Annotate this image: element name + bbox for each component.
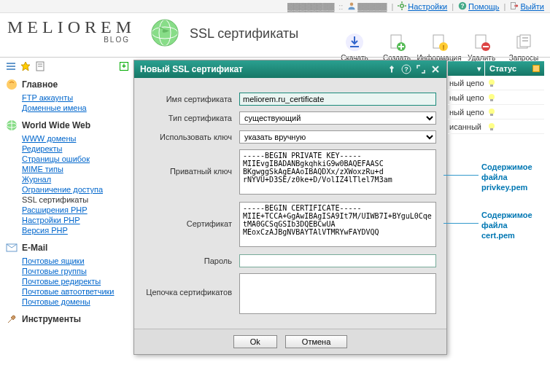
add-icon[interactable]: + [120,62,128,71]
star-icon[interactable] [20,61,31,71]
chain-textarea[interactable] [239,273,436,314]
sidebar-link-mailboxes[interactable]: Почтовые ящики [22,256,85,265]
svg-text:?: ? [461,3,465,9]
bulb-icon [487,93,496,102]
col-header-status[interactable]: Статус [484,61,544,76]
modal-title: Новый SSL сертификат [140,64,243,74]
sidebar-link-mime[interactable]: MIME типы [22,165,63,173]
callout-cert: Содержимое файла cert.pem [481,210,532,240]
sidebar-link-domains[interactable]: Доменные имена [22,103,87,112]
logo-text: MELIOREM [7,17,136,37]
cancel-button[interactable]: Отмена [285,335,347,348]
label-privkey: Приватный ключ [144,149,239,176]
sidebar-link-mailgroups[interactable]: Почтовые группы [22,267,87,275]
svg-rect-28 [7,66,15,67]
settings-link[interactable]: Настройки [408,2,447,11]
svg-rect-44 [490,99,493,101]
svg-rect-27 [7,63,15,64]
logout-icon [510,1,519,12]
svg-text:!: ! [443,44,445,51]
globe-small-icon [6,119,18,131]
modal-new-ssl: Новый SSL сертификат ? Имя сертификата Т… [133,60,447,355]
table-row[interactable]: ный цепо [448,105,544,119]
list-icon[interactable] [6,61,16,71]
sidebar-link-phpext[interactable]: Расширения PHP [22,205,88,214]
logo: MELIOREM BLOG [7,17,136,44]
pin-icon[interactable] [387,64,397,74]
svg-text:?: ? [404,66,408,73]
cert-type-select[interactable]: существующий [239,111,436,125]
requests-label: Запросы [509,54,538,62]
svg-rect-29 [7,68,15,70]
sidebar-link-phpver[interactable]: Версия PHP [22,226,68,235]
svg-point-43 [489,94,495,100]
globe-icon [150,17,180,48]
sep: | [452,2,454,11]
col-header-left[interactable]: ▾ [448,61,484,76]
sidebar-link-autoresponders[interactable]: Почтовые автоответчики [22,287,114,296]
user-block: ▓▓▓▓▓▓▓▓ [287,2,334,11]
help-link[interactable]: Помощь [468,2,500,11]
sidebar-link-maildomains[interactable]: Почтовые домены [22,297,90,306]
tools-icon [6,313,18,325]
bulb-icon [487,108,496,117]
sidebar-link-mailredirects[interactable]: Почтовые редиректы [22,277,101,286]
close-icon[interactable] [430,64,441,74]
sidebar-www-heading[interactable]: World Wide Web [6,119,128,131]
sidebar-item-ssl[interactable]: SSL сертификаты [22,195,128,204]
svg-point-47 [489,123,495,129]
arrow-privkey [444,175,479,176]
cert-name-input[interactable] [239,93,436,106]
grid-config-icon[interactable] [532,65,540,72]
sep: | [504,2,506,11]
svg-rect-48 [490,128,493,130]
gear-icon [398,1,406,12]
table-row[interactable]: ный цепо [448,76,544,90]
page-title: SSL сертификаты [190,26,298,42]
mail-icon [6,242,18,254]
table-row[interactable]: исанный [448,119,544,134]
usekey-select[interactable]: указать вручную [239,130,436,144]
svg-point-41 [489,79,495,85]
help-icon: ? [458,1,467,12]
sidebar-main-heading[interactable]: Главное [6,79,128,90]
user-icon [347,1,356,12]
privkey-textarea[interactable]: -----BEGIN PRIVATE KEY----- MIIEvgIBADAN… [239,149,436,195]
svg-point-1 [400,4,404,7]
help-small-icon[interactable]: ? [401,64,411,74]
doc-icon[interactable] [35,61,45,71]
sidebar-link-phpconf[interactable]: Настройки PHP [22,216,80,224]
ok-button[interactable]: Ok [233,335,277,348]
svg-point-45 [489,109,495,114]
svg-point-34 [7,79,17,90]
svg-point-0 [350,2,354,6]
bulb-icon [487,79,496,87]
svg-rect-46 [490,114,493,116]
label-cert: Сертификат [144,202,239,228]
sep: :: [338,2,343,11]
divider [0,57,550,58]
label-password: Пароль [144,254,239,265]
sidebar-tools-heading[interactable]: Инструменты [6,313,128,325]
sidebar-link-wwwdomains[interactable]: WWW домены [22,134,76,143]
maximize-icon[interactable] [416,64,426,74]
password-input[interactable] [239,254,436,267]
sidebar-link-errorpages[interactable]: Страницы ошибок [22,154,90,163]
label-chain: Цепочка сертификатов [144,273,239,297]
label-usekey: Использовать ключ [144,130,239,141]
logout-link[interactable]: Выйти [520,2,544,11]
sidebar-email-heading[interactable]: E-Mail [6,242,128,254]
arrow-cert [444,223,479,224]
sidebar-link-redirects[interactable]: Редиректы [22,144,62,153]
sidebar-link-access[interactable]: Ограничение доступа [22,185,103,194]
sidebar-link-journal[interactable]: Журнал [22,175,51,184]
delete-label: Удалить [468,54,495,62]
sep: | [391,2,393,11]
svg-rect-42 [490,85,493,87]
label-name: Имя сертификата [144,93,239,103]
sidebar-link-ftp[interactable]: FTP аккаунты [22,93,73,102]
table-row[interactable]: ный цепо [448,90,544,105]
username-masked: ▓▓▓▓▓ [357,2,387,11]
callout-privkey: Содержимое файла privkey.pem [481,162,532,192]
cert-textarea[interactable]: -----BEGIN CERTIFICATE----- MIIE+TCCA+Gg… [239,202,436,247]
